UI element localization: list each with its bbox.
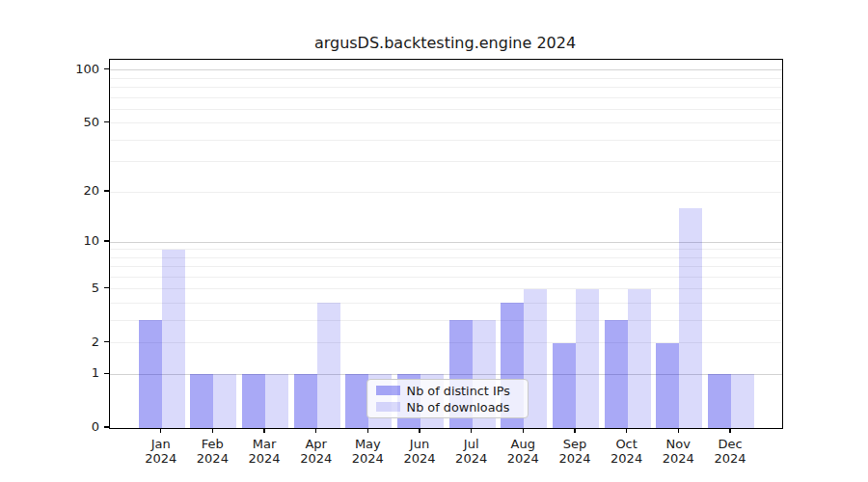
bar-downloads-sep <box>576 289 599 428</box>
x-axis-tick <box>419 428 420 433</box>
y-axis-tick <box>104 287 109 288</box>
legend-swatch-downloads <box>376 402 399 412</box>
x-axis-tick <box>263 428 264 433</box>
x-axis-tick <box>678 428 679 433</box>
y-axis-tick <box>104 426 109 427</box>
minor-gridline <box>110 78 782 79</box>
bar-downloads-mar <box>265 374 288 428</box>
bar-ips-sep <box>553 343 576 428</box>
bar-downloads-dec <box>731 374 754 428</box>
y-axis-tick <box>104 341 109 342</box>
minor-gridline <box>110 161 782 162</box>
y-axis-tick-label: 1 <box>0 365 99 381</box>
y-axis-tick-label: 20 <box>0 183 99 199</box>
bar-ips-feb <box>190 374 213 428</box>
x-axis-tick <box>315 428 316 433</box>
figure: argusDS.backtesting.engine 2024 Nb of di… <box>0 0 868 482</box>
minor-gridline <box>110 109 782 110</box>
bar-downloads-apr <box>317 303 340 428</box>
x-axis-tick <box>367 428 368 433</box>
y-axis-tick-label: 50 <box>0 115 99 130</box>
y-axis-tick-label: 10 <box>0 233 99 249</box>
minor-gridline <box>110 122 782 123</box>
bar-ips-apr <box>294 374 317 428</box>
minor-gridline <box>110 87 782 88</box>
y-axis-tick <box>104 190 109 191</box>
y-axis-tick-label: 0 <box>0 419 99 435</box>
bar-ips-nov <box>656 343 679 428</box>
legend-label-distinct-ips: Nb of distinct IPs <box>407 384 510 398</box>
x-axis-tick <box>212 428 213 433</box>
x-axis-tick-label: Dec2024 <box>696 437 764 467</box>
minor-gridline <box>110 192 782 193</box>
bar-downloads-oct <box>628 289 651 428</box>
plot-area: Nb of distinct IPs Nb of downloads <box>109 59 783 430</box>
x-axis-tick <box>160 428 161 433</box>
x-axis-tick-label-month: Dec <box>696 437 764 452</box>
legend-item-distinct-ips: Nb of distinct IPs <box>376 384 521 398</box>
legend-label-downloads: Nb of downloads <box>407 400 510 415</box>
bar-downloads-feb <box>213 374 236 428</box>
bar-ips-may <box>345 374 368 428</box>
legend-item-downloads: Nb of downloads <box>376 400 521 415</box>
x-axis-tick <box>626 428 627 433</box>
x-axis-tick <box>523 428 524 433</box>
minor-gridline <box>110 97 782 98</box>
x-axis-tick <box>574 428 575 433</box>
major-gridline <box>110 69 782 70</box>
bar-ips-oct <box>605 320 628 428</box>
y-axis-tick-label: 100 <box>0 62 99 77</box>
y-axis-tick <box>104 121 109 122</box>
bar-downloads-nov <box>679 208 702 428</box>
chart-title: argusDS.backtesting.engine 2024 <box>109 34 781 52</box>
bar-ips-dec <box>708 374 731 428</box>
minor-gridline <box>110 140 782 141</box>
x-axis-tick <box>471 428 472 433</box>
bar-ips-jan <box>139 320 162 428</box>
x-axis-tick-label-year: 2024 <box>696 451 764 467</box>
y-axis-tick <box>104 373 109 374</box>
y-axis-tick <box>104 240 109 241</box>
legend: Nb of distinct IPs Nb of downloads <box>366 379 528 418</box>
bar-ips-mar <box>242 374 265 428</box>
y-axis-tick-label: 2 <box>0 335 99 350</box>
x-axis-tick <box>729 428 730 433</box>
legend-swatch-distinct-ips <box>376 386 399 395</box>
y-axis-tick <box>104 68 109 69</box>
y-axis-tick-label: 5 <box>0 281 99 296</box>
bar-downloads-jan <box>162 250 185 428</box>
